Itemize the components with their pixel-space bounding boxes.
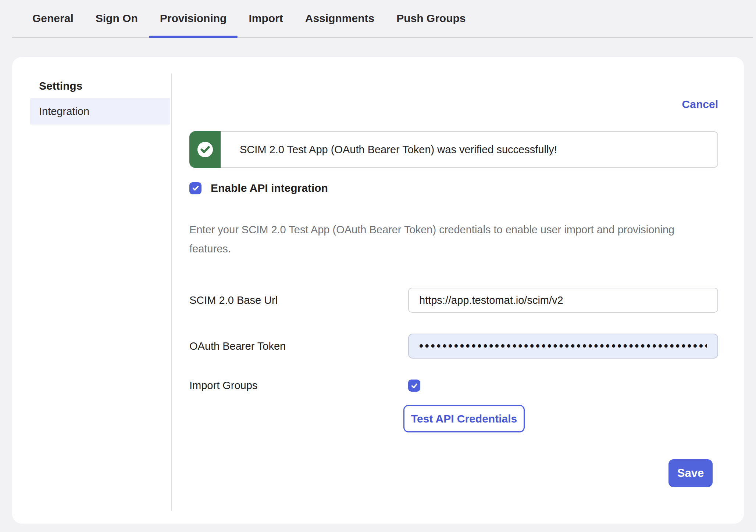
- sidebar-item-integration[interactable]: Integration: [30, 98, 170, 125]
- token-label: OAuth Bearer Token: [189, 340, 408, 352]
- check-circle-icon: [197, 141, 214, 158]
- enable-api-row: Enable API integration: [189, 182, 718, 194]
- tab-provisioning[interactable]: Provisioning: [149, 0, 238, 37]
- save-button[interactable]: Save: [668, 459, 713, 487]
- test-credentials-row: Test API Credentials: [189, 405, 718, 432]
- tab-assignments[interactable]: Assignments: [294, 0, 385, 37]
- sidebar-divider: [171, 73, 172, 511]
- app-tab-bar: General Sign On Provisioning Import Assi…: [12, 0, 753, 38]
- tab-push-groups[interactable]: Push Groups: [385, 0, 477, 37]
- checkmark-icon: [192, 184, 200, 192]
- token-row: OAuth Bearer Token: [189, 334, 718, 359]
- test-api-credentials-button[interactable]: Test API Credentials: [403, 405, 525, 432]
- tab-sign-on[interactable]: Sign On: [85, 0, 149, 37]
- success-banner-message: SCIM 2.0 Test App (OAuth Bearer Token) w…: [221, 131, 718, 168]
- credentials-description: Enter your SCIM 2.0 Test App (OAuth Bear…: [189, 220, 697, 258]
- cancel-link[interactable]: Cancel: [682, 98, 718, 111]
- tab-general[interactable]: General: [21, 0, 85, 37]
- tab-import[interactable]: Import: [238, 0, 294, 37]
- token-input[interactable]: [408, 334, 718, 359]
- provisioning-settings-card: Settings Integration Cancel SCIM 2.0 Tes…: [12, 57, 744, 524]
- cancel-row: Cancel: [189, 98, 718, 111]
- import-groups-row: Import Groups: [189, 380, 718, 392]
- import-groups-label: Import Groups: [189, 380, 408, 392]
- integration-settings-panel: Cancel SCIM 2.0 Test App (OAuth Bearer T…: [172, 57, 744, 524]
- base-url-row: SCIM 2.0 Base Url: [189, 288, 718, 313]
- enable-api-checkbox[interactable]: [189, 182, 202, 194]
- checkmark-icon: [410, 382, 418, 390]
- success-banner-accent: [189, 131, 221, 168]
- sidebar-item-label: Integration: [39, 105, 89, 118]
- enable-api-label: Enable API integration: [211, 182, 328, 194]
- sidebar-heading: Settings: [39, 80, 172, 92]
- settings-sidebar: Settings Integration: [12, 57, 172, 524]
- base-url-label: SCIM 2.0 Base Url: [189, 294, 408, 306]
- success-banner: SCIM 2.0 Test App (OAuth Bearer Token) w…: [189, 131, 718, 168]
- save-row: Save: [189, 459, 718, 487]
- base-url-input[interactable]: [408, 288, 718, 313]
- import-groups-checkbox[interactable]: [408, 380, 420, 392]
